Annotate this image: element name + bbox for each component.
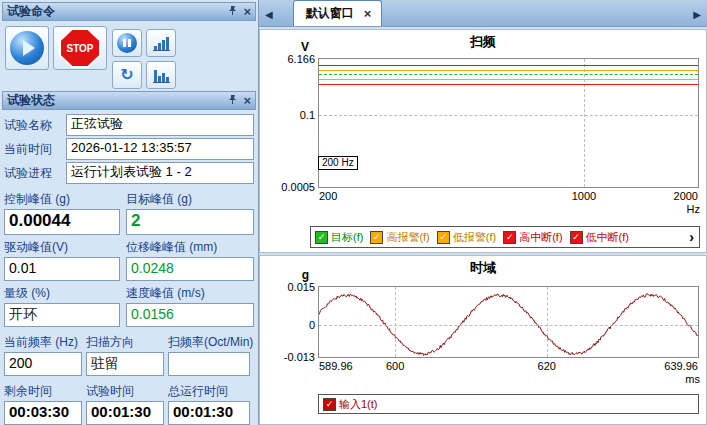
x-tick-label: 2000 (674, 190, 698, 202)
close-icon[interactable]: × (243, 6, 251, 17)
legend-label: 低报警(f) (453, 230, 496, 245)
histogram-icon (153, 67, 170, 83)
stop-button[interactable]: STOP (53, 26, 107, 70)
tab-label: 默认窗口 (306, 5, 354, 22)
pause-button[interactable] (112, 29, 142, 57)
legend-checkbox-icon[interactable]: ✓ (315, 231, 328, 244)
legend-checkbox-icon[interactable]: ✓ (570, 231, 583, 244)
pin-icon[interactable] (227, 94, 238, 108)
h-gridline (319, 325, 698, 326)
x-tick-label: 589.96 (319, 360, 353, 372)
command-panel-titlebar: 试验命令 × (2, 2, 256, 21)
legend-item[interactable]: ✓低中断(f) (570, 230, 629, 245)
tab-scroll-right-icon[interactable]: ▶ (687, 9, 707, 26)
remaining-time-label: 剩余时间 (4, 383, 82, 400)
stop-sign-icon: STOP (59, 28, 101, 68)
y-tick-label: -0.013 (284, 351, 315, 363)
remaining-time-value: 00:03:30 (4, 401, 82, 425)
legend-item[interactable]: ✓高报警(f) (370, 230, 429, 245)
legend-item[interactable]: ✓目标(f) (315, 230, 363, 245)
frequency-cursor-flag[interactable]: 200 Hz (318, 156, 358, 170)
y-tick-label: 0.1 (300, 109, 315, 121)
sweep-legend: ✓目标(f)✓高报警(f)✓低报警(f)✓高中断(f)✓低中断(f) › (310, 226, 700, 248)
sweep-chart: 扫频 V Hz 200 Hz 6.1660.10.000520010002000… (259, 29, 707, 253)
legend-item[interactable]: ✓低报警(f) (437, 230, 496, 245)
x-tick-label: 1000 (572, 190, 596, 202)
tab-scroll-left-icon[interactable]: ◀ (259, 9, 279, 26)
current-time-value: 2026-01-12 13:35:57 (66, 138, 254, 160)
legend-checkbox-icon[interactable]: ✓ (503, 231, 516, 244)
time-domain-plot-area[interactable]: g ms 0.0150-0.013589.96600620639.96 (318, 286, 699, 358)
control-peak-label: 控制峰值 (g) (4, 191, 120, 208)
legend-label: 低中断(f) (586, 230, 629, 245)
tab-bar: ◀ 默认窗口 × ▶ (259, 0, 707, 27)
displacement-value: 0.0248 (126, 257, 254, 281)
h-gridline (319, 115, 698, 116)
elapsed-time-label: 试验时间 (86, 383, 164, 400)
time-domain-legend: ✓输入1(t) (318, 394, 699, 414)
right-panel: ◀ 默认窗口 × ▶ 扫频 V Hz 200 Hz 6.1660.10.0005… (259, 0, 707, 425)
app-window: 试验命令 × STOP (0, 0, 707, 425)
frequency-value: 200 (4, 352, 82, 376)
play-icon (10, 31, 44, 65)
limit-line (319, 70, 698, 71)
frequency-label: 当前频率 (Hz) (4, 334, 82, 351)
status-form: 试验名称 正弦试验 当前时间 2026-01-12 13:35:57 试验进程 … (0, 110, 258, 425)
bar-chart-icon (153, 35, 170, 51)
x-tick-label: 200 (319, 190, 337, 202)
status-panel-titlebar: 试验状态 × (2, 91, 256, 110)
sweep-direction-value: 驻留 (86, 352, 164, 376)
spectrum-view-button[interactable] (146, 29, 176, 57)
time-x-unit: ms (685, 373, 700, 385)
level-label: 量级 (%) (4, 285, 120, 302)
legend-scroll-icon[interactable]: › (684, 228, 699, 246)
limit-line (319, 84, 698, 85)
histogram-view-button[interactable] (146, 61, 176, 89)
limit-line (319, 65, 698, 66)
pause-icon (117, 33, 137, 53)
legend-label: 输入1(t) (339, 397, 378, 412)
legend-checkbox-icon[interactable]: ✓ (370, 231, 383, 244)
sweep-plot-area[interactable]: V Hz 200 Hz 6.1660.10.000520010002000 (318, 58, 699, 188)
tab-close-icon[interactable]: × (364, 9, 372, 19)
close-icon[interactable]: × (243, 95, 251, 106)
sweep-x-unit: Hz (687, 203, 700, 215)
toolbar: STOP ↻ (0, 21, 258, 89)
tab-default-window[interactable]: 默认窗口 × (293, 0, 383, 26)
x-tick-label: 600 (386, 360, 404, 372)
elapsed-time-value: 00:01:30 (86, 401, 164, 425)
sweep-y-unit: V (301, 40, 309, 54)
toolbar-small-buttons: ↻ (112, 29, 176, 89)
legend-checkbox-icon[interactable]: ✓ (323, 398, 336, 411)
command-panel-title: 试验命令 (7, 3, 55, 20)
x-tick-label: 639.96 (664, 360, 698, 372)
time-domain-chart: 时域 g ms 0.0150-0.013589.96600620639.96 ✓… (259, 255, 707, 425)
waveform-trace (319, 287, 698, 357)
y-tick-label: 0.015 (287, 281, 315, 293)
v-gridline (395, 287, 396, 357)
current-time-label: 当前时间 (4, 141, 66, 158)
time-domain-title: 时域 (260, 256, 706, 277)
left-panel: 试验命令 × STOP (0, 0, 259, 425)
start-button[interactable] (5, 26, 49, 70)
sweep-direction-label: 扫描方向 (86, 334, 164, 351)
test-progress-label: 试验进程 (4, 165, 66, 182)
pin-icon[interactable] (227, 5, 238, 19)
legend-label: 高报警(f) (386, 230, 429, 245)
drive-peak-value: 0.01 (4, 257, 120, 281)
sweep-rate-label: 扫频率(Oct/Min) (168, 334, 250, 351)
sweep-chart-title: 扫频 (260, 30, 706, 51)
y-tick-label: 0.0005 (281, 181, 315, 193)
x-tick-label: 620 (538, 360, 556, 372)
stop-label: STOP (61, 30, 99, 66)
time-y-unit: g (302, 268, 309, 282)
drive-peak-label: 驱动峰值(V) (4, 239, 120, 256)
total-time-value: 00:01:30 (168, 401, 250, 425)
test-progress-value: 运行计划表试验 1 - 2 (66, 162, 254, 184)
redo-button[interactable]: ↻ (112, 61, 142, 89)
legend-item[interactable]: ✓高中断(f) (503, 230, 562, 245)
legend-label: 目标(f) (331, 230, 363, 245)
legend-item[interactable]: ✓输入1(t) (323, 397, 378, 412)
status-panel-title: 试验状态 (7, 92, 55, 109)
legend-checkbox-icon[interactable]: ✓ (437, 231, 450, 244)
